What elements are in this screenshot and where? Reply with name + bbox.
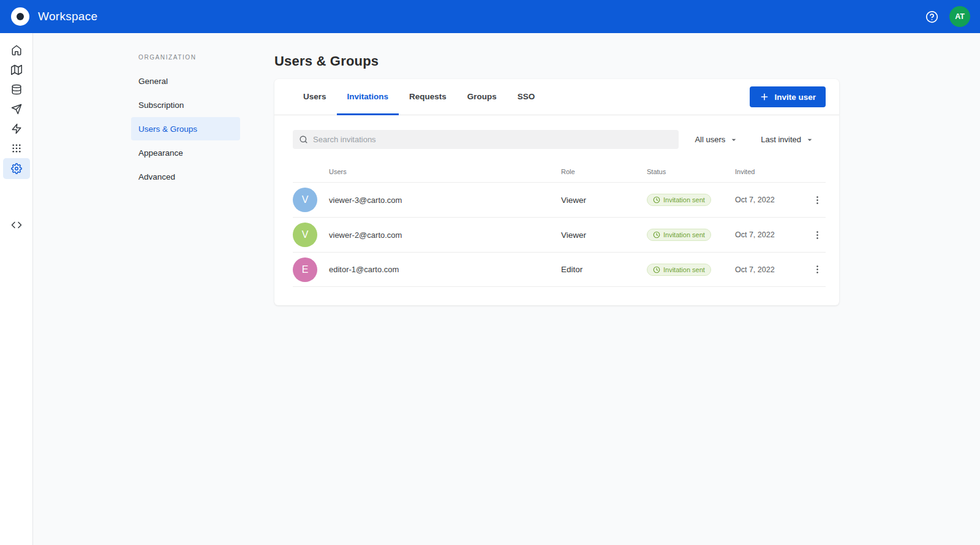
clock-icon [653,231,660,238]
user-cell: V viewer-3@carto.com [293,188,561,212]
workflows-icon[interactable] [3,99,30,118]
sidebar-item-users-groups[interactable]: Users & Groups [131,117,240,140]
home-icon[interactable] [3,40,30,59]
user-cell: V viewer-2@carto.com [293,223,561,247]
maps-icon[interactable] [3,60,30,79]
filter-all-users[interactable]: All users [695,135,739,145]
toolbar: All users Last invited [274,115,839,149]
status-label: Invitation sent [663,231,705,238]
topbar-right: AT [925,6,970,27]
topbar-left: Workspace [11,7,97,26]
user-cell: E editor-1@carto.com [293,257,561,282]
tab-groups[interactable]: Groups [457,79,507,115]
card-head: Users Invitations Requests Groups SSO In… [274,79,839,115]
table-header-status: Status [647,168,735,175]
tab-users[interactable]: Users [293,79,337,115]
row-menu-button[interactable] [809,261,826,278]
icon-rail [0,33,33,545]
table-row: V viewer-2@carto.com Viewer Invitation s… [293,217,826,252]
developers-icon[interactable] [3,215,30,234]
tabs: Users Invitations Requests Groups SSO [293,79,545,115]
table-header-row: Users Role Status Invited [293,161,826,182]
avatar: E [293,257,317,282]
table-header-role: Role [561,168,647,175]
settings-sidebar: ORGANIZATION General Subscription Users … [33,33,274,545]
table-row: E editor-1@carto.com Editor Invitation s… [293,252,826,287]
invited-date: Oct 7, 2022 [735,265,804,274]
sidebar-item-appearance[interactable]: Appearance [131,141,240,164]
sidebar-item-subscription[interactable]: Subscription [131,93,240,116]
status-badge: Invitation sent [647,229,711,241]
invite-user-button[interactable]: Invite user [750,86,826,107]
help-icon[interactable] [925,10,938,23]
invitations-table: Users Role Status Invited V viewer-3@car… [274,161,839,287]
search-box [293,130,679,149]
sort-last-invited-label: Last invited [761,135,801,144]
page-title: Users & Groups [274,53,980,69]
carto-logo[interactable] [11,7,29,26]
app-title: Workspace [38,10,97,23]
settings-icon[interactable] [3,158,30,179]
row-menu-button[interactable] [809,226,826,243]
tab-invitations[interactable]: Invitations [337,79,399,115]
topbar: Workspace AT [0,0,980,33]
sort-last-invited[interactable]: Last invited [761,135,815,145]
page-body: ORGANIZATION General Subscription Users … [0,33,980,545]
clock-icon [653,266,660,273]
table-header-invited: Invited [735,168,804,175]
tab-sso[interactable]: SSO [507,79,546,115]
clock-icon [653,196,660,204]
tab-requests[interactable]: Requests [399,79,457,115]
users-groups-card: Users Invitations Requests Groups SSO In… [274,79,839,305]
table-header-users: Users [293,168,561,175]
user-role: Editor [561,265,647,274]
main-content: Users & Groups Users Invitations Request… [274,33,980,545]
filter-all-users-label: All users [695,135,725,144]
table-row: V viewer-3@carto.com Viewer Invitation s… [293,182,826,217]
applications-icon[interactable] [3,139,30,158]
status-badge: Invitation sent [647,194,711,206]
user-email: editor-1@carto.com [329,265,399,274]
user-avatar[interactable]: AT [949,6,970,27]
sidebar-item-advanced[interactable]: Advanced [131,165,240,188]
user-role: Viewer [561,196,647,205]
toolbar-filters: All users Last invited [695,135,815,145]
search-icon [299,135,308,144]
chevron-down-icon [729,135,739,145]
user-email: viewer-2@carto.com [329,231,402,240]
row-menu-button[interactable] [809,191,826,208]
plus-icon [760,92,769,102]
invited-date: Oct 7, 2022 [735,196,804,204]
invited-date: Oct 7, 2022 [735,231,804,239]
chevron-down-icon [805,135,815,145]
invite-user-label: Invite user [774,93,816,102]
status-label: Invitation sent [663,196,705,204]
connections-icon[interactable] [3,119,30,138]
search-input[interactable] [313,135,673,144]
avatar: V [293,223,317,247]
avatar: V [293,188,317,212]
sidebar-item-general[interactable]: General [131,69,240,93]
section-label: ORGANIZATION [138,54,274,61]
carto-logo-dot [17,13,24,20]
status-badge: Invitation sent [647,264,711,276]
data-explorer-icon[interactable] [3,80,30,99]
user-email: viewer-3@carto.com [329,196,402,205]
status-label: Invitation sent [663,266,705,273]
user-role: Viewer [561,231,647,240]
